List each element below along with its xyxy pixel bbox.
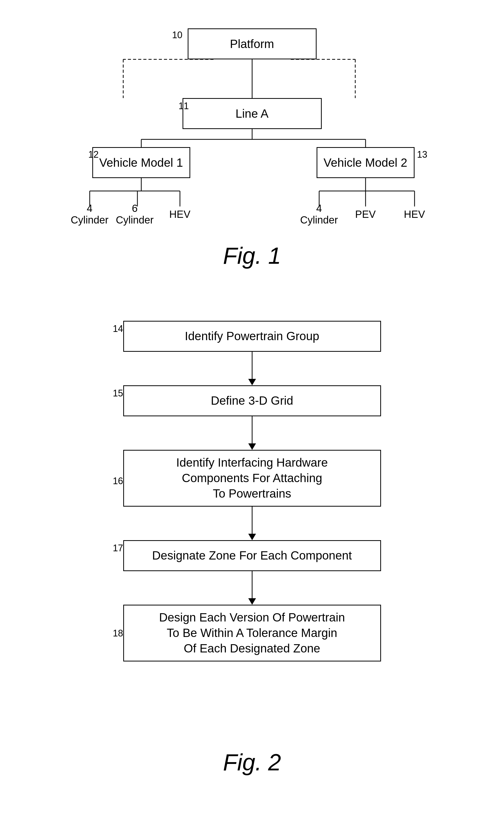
step16-text: Identify Interfacing Hardware Components… <box>176 455 328 501</box>
vm1-id: 12 <box>88 149 99 160</box>
hev2-label: HEV <box>404 207 425 222</box>
step15-box: Define 3-D Grid <box>123 385 381 416</box>
flowchart: Identify Powertrain Group 14 Define 3-D … <box>97 321 407 734</box>
fig1-container: Platform 10 Line A 11 Vehicle Model 1 12… <box>0 15 504 285</box>
svg-marker-20 <box>248 379 256 385</box>
vm1-box: Vehicle Model 1 <box>92 147 190 178</box>
cyl6-1-label: 6 Cylinder <box>114 207 155 222</box>
pev-label: PEV <box>355 207 376 222</box>
svg-marker-22 <box>248 443 256 450</box>
vm2-box: Vehicle Model 2 <box>317 147 415 178</box>
step14-box: Identify Powertrain Group <box>123 321 381 352</box>
lineA-id: 11 <box>179 101 189 111</box>
tree-diagram: Platform 10 Line A 11 Vehicle Model 1 12… <box>72 26 433 227</box>
vm1-label: Vehicle Model 1 <box>99 155 183 169</box>
fig2-label: Fig. 2 <box>223 749 281 776</box>
step17-box: Designate Zone For Each Component <box>123 540 381 571</box>
platform-id: 10 <box>172 30 183 40</box>
svg-marker-24 <box>248 534 256 540</box>
step15-text: Define 3-D Grid <box>211 393 293 409</box>
step17-text: Designate Zone For Each Component <box>152 548 352 563</box>
step15-id: 15 <box>113 388 123 399</box>
step14-text: Identify Powertrain Group <box>185 329 319 344</box>
step16-id: 16 <box>113 476 123 486</box>
svg-marker-26 <box>248 598 256 605</box>
step18-text: Design Each Version Of Powertrain To Be … <box>159 610 345 656</box>
cyl4-1-label: 4 Cylinder <box>72 207 108 222</box>
platform-box: Platform <box>188 28 317 59</box>
fig2-container: Identify Powertrain Group 14 Define 3-D … <box>0 305 504 791</box>
step18-box: Design Each Version Of Powertrain To Be … <box>123 605 381 662</box>
hev1-label: HEV <box>167 207 193 222</box>
page: Platform 10 Line A 11 Vehicle Model 1 12… <box>0 0 504 814</box>
lineA-box: Line A <box>183 98 322 129</box>
step18-id: 18 <box>113 628 123 639</box>
flow-svg <box>97 321 407 734</box>
vm2-label: Vehicle Model 2 <box>324 155 407 169</box>
fig1-label: Fig. 1 <box>223 243 281 269</box>
platform-label: Platform <box>230 37 274 51</box>
step14-id: 14 <box>113 323 123 334</box>
lineA-label: Line A <box>236 107 269 120</box>
cyl4-2-label: 4 Cylinder <box>299 207 340 222</box>
vm2-id: 13 <box>417 149 427 160</box>
step16-box: Identify Interfacing Hardware Components… <box>123 450 381 507</box>
step17-id: 17 <box>113 543 123 553</box>
